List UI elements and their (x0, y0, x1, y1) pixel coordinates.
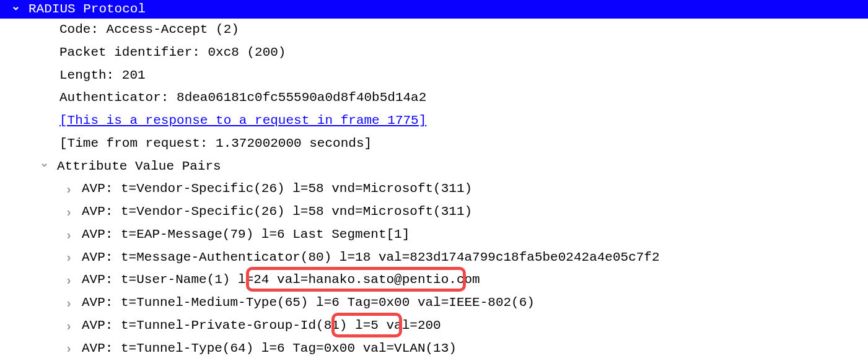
chevron-right-icon[interactable] (64, 201, 73, 223)
field-code[interactable]: Code: Access-Accept (2) (59, 19, 868, 41)
chevron-down-icon[interactable] (40, 157, 48, 176)
avp-text: AVP: t=EAP-Message(79) l=6 Last Segment[… (82, 224, 410, 246)
avp-row[interactable]: AVP: t=Tunnel-Type(64) l=6 Tag=0x00 val=… (64, 337, 868, 360)
avp-row[interactable]: AVP: t=Vendor-Specific(26) l=58 vnd=Micr… (64, 201, 868, 224)
field-authenticator[interactable]: Authenticator: 8dea06181c0fc55590a0d8f40… (59, 87, 868, 110)
avp-text: AVP: t=Vendor-Specific(26) l=58 vnd=Micr… (82, 201, 472, 224)
protocol-fields: Code: Access-Accept (2) Packet identifie… (0, 19, 868, 155)
chevron-right-icon[interactable] (64, 315, 73, 337)
avp-row-groupid[interactable]: AVP: t=Tunnel-Private-Group-Id(81) l=5 v… (64, 315, 868, 337)
avp-row[interactable]: AVP: t=EAP-Message(79) l=6 Last Segment[… (64, 224, 868, 246)
avp-section-title: Attribute Value Pairs (57, 155, 221, 178)
protocol-header[interactable]: RADIUS Protocol (0, 0, 868, 19)
avp-row[interactable]: AVP: t=Vendor-Specific(26) l=58 vnd=Micr… (64, 178, 868, 201)
field-response-link[interactable]: [This is a response to a request in fram… (59, 110, 868, 133)
chevron-down-icon[interactable] (11, 0, 20, 19)
avp-text: AVP: t=User-Name(1) l=24 val=hanako.sato… (82, 269, 480, 292)
chevron-right-icon[interactable] (64, 337, 73, 359)
avp-text: AVP: t=Message-Authenticator(80) l=18 va… (82, 246, 660, 269)
chevron-right-icon[interactable] (64, 246, 73, 268)
avp-row-username[interactable]: AVP: t=User-Name(1) l=24 val=hanako.sato… (64, 269, 868, 292)
avp-row[interactable]: AVP: t=Message-Authenticator(80) l=18 va… (64, 246, 868, 269)
avp-row[interactable]: AVP: t=Tunnel-Medium-Type(65) l=6 Tag=0x… (64, 292, 868, 315)
avp-list: AVP: t=Vendor-Specific(26) l=58 vnd=Micr… (0, 178, 868, 360)
field-length[interactable]: Length: 201 (59, 64, 868, 87)
field-packet-id[interactable]: Packet identifier: 0xc8 (200) (59, 41, 868, 64)
avp-text: AVP: t=Tunnel-Private-Group-Id(81) l=5 v… (82, 315, 441, 337)
protocol-title: RADIUS Protocol (28, 0, 146, 19)
avp-section-header[interactable]: Attribute Value Pairs (0, 155, 868, 178)
chevron-right-icon[interactable] (64, 269, 73, 291)
avp-text: AVP: t=Vendor-Specific(26) l=58 vnd=Micr… (82, 178, 472, 201)
avp-text: AVP: t=Tunnel-Medium-Type(65) l=6 Tag=0x… (82, 292, 535, 315)
field-time[interactable]: [Time from request: 1.372002000 seconds] (59, 133, 868, 155)
chevron-right-icon[interactable] (64, 224, 73, 246)
chevron-right-icon[interactable] (64, 178, 73, 200)
chevron-right-icon[interactable] (64, 292, 73, 314)
avp-text: AVP: t=Tunnel-Type(64) l=6 Tag=0x00 val=… (82, 337, 457, 360)
